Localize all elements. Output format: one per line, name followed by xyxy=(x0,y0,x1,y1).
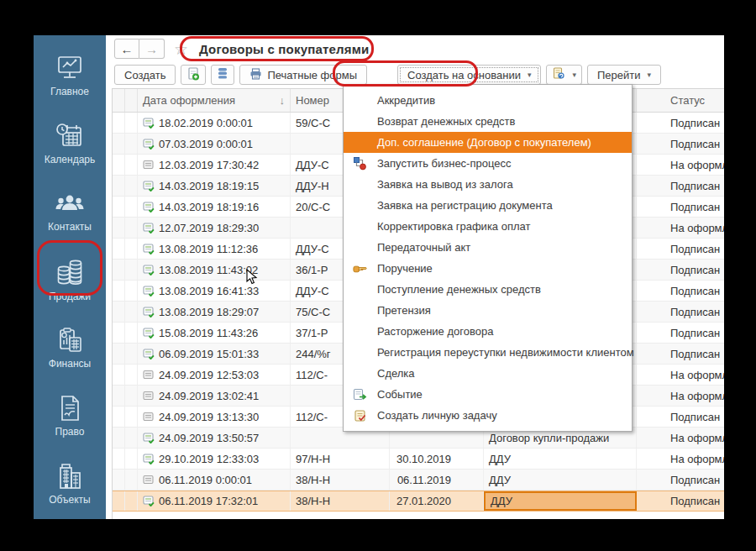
forward-button[interactable]: → xyxy=(139,39,165,59)
cell-contract-type[interactable]: ДДУ xyxy=(484,470,637,490)
menu-item[interactable]: Возврат денежных средств xyxy=(344,111,632,132)
cell-status[interactable]: Подписан xyxy=(637,134,724,154)
cell-status[interactable]: На оформл xyxy=(637,155,724,175)
menu-item[interactable]: Претензия xyxy=(344,300,632,321)
header-status[interactable]: Статус xyxy=(637,89,724,112)
back-button[interactable]: ← xyxy=(114,39,139,59)
menu-item[interactable]: Передаточный акт xyxy=(344,237,632,258)
cell-flag[interactable] xyxy=(125,260,138,280)
cell-flag[interactable] xyxy=(125,302,138,322)
cell-marker[interactable] xyxy=(113,491,125,511)
sidebar-item-0[interactable]: Главное xyxy=(34,42,106,110)
cell-date[interactable]: 13.08.2019 16:41:33 xyxy=(138,281,291,301)
cell-contract-date[interactable]: 06.11.2019 xyxy=(390,470,484,490)
cell-contract-type[interactable]: ДДУ xyxy=(484,491,637,511)
header-date[interactable]: Дата оформления ↓ xyxy=(138,89,291,112)
menu-item[interactable]: Запустить бизнес-процесс xyxy=(344,153,632,174)
add-document-button[interactable] xyxy=(181,65,206,85)
cell-flag[interactable] xyxy=(125,344,138,364)
cell-flag[interactable] xyxy=(125,155,138,175)
cell-contract-type[interactable]: ДДУ xyxy=(484,449,637,469)
cell-contract-date[interactable]: 27.01.2020 xyxy=(390,491,484,511)
cell-status[interactable]: Подписан xyxy=(637,344,724,364)
cell-status[interactable]: На оформл xyxy=(637,428,724,448)
cell-number[interactable]: 38/Н-Н xyxy=(291,470,390,490)
sidebar-item-2[interactable]: Контакты xyxy=(34,178,106,246)
cell-flag[interactable] xyxy=(125,281,138,301)
cell-status[interactable]: Подписан xyxy=(637,323,724,343)
cell-flag[interactable] xyxy=(125,470,138,490)
table-row[interactable]: 06.11.2019 17:32:0138/Н-Н27.01.2020ДДУПо… xyxy=(113,491,724,512)
cell-marker[interactable] xyxy=(113,302,125,322)
cell-marker[interactable] xyxy=(113,197,125,217)
sidebar-item-1[interactable]: Календарь xyxy=(34,110,106,178)
cell-date[interactable]: 13.08.2019 11:43:02 xyxy=(138,260,291,280)
cell-date[interactable]: 13.08.2019 11:12:36 xyxy=(138,239,291,259)
cell-marker[interactable] xyxy=(113,113,125,133)
cell-date[interactable]: 06.11.2019 17:32:01 xyxy=(138,491,291,511)
cell-marker[interactable] xyxy=(113,365,125,385)
cell-flag[interactable] xyxy=(125,323,138,343)
cell-marker[interactable] xyxy=(113,155,125,175)
cell-flag[interactable] xyxy=(125,386,138,406)
menu-item[interactable]: Поручение xyxy=(344,258,632,279)
cell-date[interactable]: 15.08.2019 11:43:26 xyxy=(138,323,291,343)
list-settings-button[interactable] xyxy=(211,65,234,85)
cell-status[interactable]: Подписан xyxy=(637,470,724,490)
cell-status[interactable]: Подписан xyxy=(637,176,724,196)
cell-flag[interactable] xyxy=(125,407,138,427)
cell-number[interactable]: 97/Н-Н xyxy=(291,449,390,469)
table-row[interactable]: 29.10.2019 12:33:0397/Н-Н30.10.2019ДДУНа… xyxy=(113,449,724,470)
menu-item[interactable]: Заявка на вывод из залога xyxy=(344,174,632,195)
cell-status[interactable]: На оформл xyxy=(637,386,724,406)
cell-date[interactable]: 12.07.2019 18:29:30 xyxy=(138,218,291,238)
header-marker-col[interactable] xyxy=(113,89,125,112)
cell-flag[interactable] xyxy=(125,428,138,448)
cell-marker[interactable] xyxy=(113,407,125,427)
cell-date[interactable]: 13.08.2019 18:29:07 xyxy=(138,302,291,322)
cell-marker[interactable] xyxy=(113,218,125,238)
menu-item[interactable]: Событие xyxy=(344,384,632,405)
cell-marker[interactable] xyxy=(113,449,125,469)
menu-item[interactable]: Сделка xyxy=(344,363,632,384)
cell-marker[interactable] xyxy=(113,386,125,406)
cell-marker[interactable] xyxy=(113,176,125,196)
menu-item[interactable]: Заявка на регистрацию документа xyxy=(344,195,632,216)
menu-item[interactable]: Расторжение договора xyxy=(344,321,632,342)
menu-item[interactable]: Регистрация переуступки недвижимости кли… xyxy=(344,342,632,363)
cell-date[interactable]: 14.03.2019 18:19:15 xyxy=(138,176,291,196)
sidebar-item-4[interactable]: Финансы xyxy=(34,314,106,382)
cell-marker[interactable] xyxy=(113,344,125,364)
cell-contract-date[interactable]: 30.10.2019 xyxy=(390,449,484,469)
cell-marker[interactable] xyxy=(113,260,125,280)
sidebar-item-5[interactable]: Право xyxy=(34,382,106,450)
cell-status[interactable]: Подписан xyxy=(637,197,724,217)
cell-status[interactable]: Подписан xyxy=(637,302,724,322)
cell-marker[interactable] xyxy=(113,134,125,154)
cell-flag[interactable] xyxy=(125,176,138,196)
cell-status[interactable]: Подписан xyxy=(637,239,724,259)
cell-date[interactable]: 29.10.2019 12:33:03 xyxy=(138,449,291,469)
cell-flag[interactable] xyxy=(125,365,138,385)
cell-status[interactable]: На оформл xyxy=(637,365,724,385)
cell-status[interactable]: На оформл xyxy=(637,449,724,469)
cell-date[interactable]: 06.11.2019 0:00:01 xyxy=(138,470,291,490)
cell-date[interactable]: 24.09.2019 13:50:57 xyxy=(138,428,291,448)
goto-button[interactable]: Перейти ▾ xyxy=(587,65,661,85)
cell-date[interactable]: 24.09.2019 12:53:03 xyxy=(138,365,291,385)
menu-item[interactable]: Создать личную задачу xyxy=(344,405,632,426)
cell-date[interactable]: 24.09.2019 13:02:41 xyxy=(138,386,291,406)
cell-number[interactable]: 38/Н-Н xyxy=(291,491,390,511)
document-refresh-button[interactable]: ▾ xyxy=(546,65,582,85)
cell-marker[interactable] xyxy=(113,428,125,448)
cell-status[interactable]: Подписан xyxy=(637,113,724,133)
cell-status[interactable]: Подписан xyxy=(637,407,724,427)
cell-flag[interactable] xyxy=(125,491,138,511)
cell-marker[interactable] xyxy=(113,239,125,259)
menu-item[interactable]: Аккредитив xyxy=(344,90,632,111)
menu-item[interactable]: Доп. соглашение (Договор с покупателем) xyxy=(344,132,632,153)
cell-status[interactable]: Подписан xyxy=(637,281,724,301)
cell-flag[interactable] xyxy=(125,197,138,217)
cell-date[interactable]: 12.03.2019 17:30:42 xyxy=(138,155,291,175)
cell-date[interactable]: 18.02.2019 0:00:01 xyxy=(138,113,291,133)
